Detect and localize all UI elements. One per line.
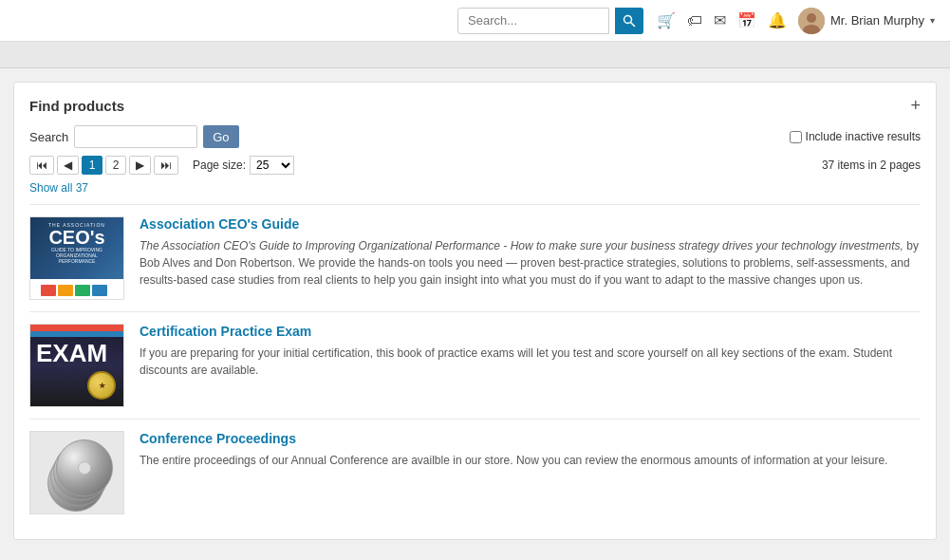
product-description: The Association CEO's Guide to Improving…: [140, 237, 921, 289]
include-inactive-label: Include inactive results: [806, 130, 921, 143]
product-description: If you are preparing for your initial ce…: [140, 345, 921, 379]
items-count: 37 items in 2 pages: [822, 159, 921, 172]
product-title[interactable]: Conference Proceedings: [140, 431, 921, 446]
product-item: Conference Proceedings The entire procee…: [29, 419, 921, 526]
product-title[interactable]: Association CEO's Guide: [140, 216, 921, 232]
svg-rect-5: [41, 285, 56, 296]
page-size-group: Page size: 25 50 100: [193, 156, 294, 175]
page-size-select[interactable]: 25 50 100: [250, 156, 294, 175]
add-icon[interactable]: +: [910, 96, 921, 116]
show-all-link[interactable]: Show all 37: [29, 181, 88, 195]
product-title[interactable]: Certification Practice Exam: [140, 324, 921, 339]
header-search-button[interactable]: [615, 8, 643, 34]
tag-icon[interactable]: 🏷: [687, 12, 702, 29]
next-page-button[interactable]: ▶: [129, 156, 151, 175]
avatar: [798, 8, 825, 34]
pagination-left: ⏮ ◀ 1 2 ▶ ⏭ Page size: 25 50 100: [29, 156, 294, 175]
page-title: Find products: [29, 98, 124, 114]
svg-point-3: [807, 13, 816, 23]
page-2-button[interactable]: 2: [105, 156, 126, 175]
sub-header: [0, 42, 950, 68]
page-1-button[interactable]: 1: [82, 156, 102, 175]
header-search-group: [457, 8, 643, 34]
product-info: Certification Practice Exam If you are p…: [140, 324, 921, 379]
search-icon: [623, 14, 636, 28]
header-icons: 🛒 🏷 ✉ 📅 🔔: [657, 11, 787, 29]
product-item: THE ASSOCIATION CEO's GUIDE TO IMPROVING…: [29, 204, 921, 311]
product-image-cds: [29, 431, 124, 514]
prev-page-button[interactable]: ◀: [57, 156, 79, 175]
last-page-button[interactable]: ⏭: [154, 156, 178, 175]
find-products-header: Find products +: [29, 96, 921, 116]
product-image-exam: EXAM ★: [29, 324, 124, 407]
search-left: Search Go: [29, 125, 239, 148]
product-desc-italic: The Association CEO's Guide to Improving…: [140, 239, 903, 252]
search-input[interactable]: [74, 125, 197, 148]
product-description: The entire proceedings of our Annual Con…: [140, 452, 921, 469]
header-search-input[interactable]: [457, 8, 609, 34]
svg-point-0: [624, 15, 632, 23]
product-item: EXAM ★ Certification Practice Exam If yo…: [29, 311, 921, 419]
product-image-ceo: THE ASSOCIATION CEO's GUIDE TO IMPROVING…: [29, 216, 124, 300]
chevron-down-icon: ▾: [930, 15, 935, 26]
svg-rect-8: [92, 285, 107, 296]
user-info[interactable]: Mr. Brian Murphy ▾: [798, 8, 935, 34]
search-row: Search Go Include inactive results: [29, 125, 921, 148]
cart-icon[interactable]: 🛒: [657, 11, 676, 29]
bell-icon[interactable]: 🔔: [768, 11, 787, 29]
search-label: Search: [29, 130, 68, 144]
go-button[interactable]: Go: [203, 125, 238, 148]
first-page-button[interactable]: ⏮: [29, 156, 54, 175]
include-inactive-checkbox[interactable]: [790, 131, 802, 143]
svg-rect-7: [75, 285, 90, 296]
pagination-row: ⏮ ◀ 1 2 ▶ ⏭ Page size: 25 50 100 37 item…: [29, 156, 921, 175]
include-inactive-group: Include inactive results: [790, 130, 921, 143]
main-content: Find products + Search Go Include inacti…: [13, 82, 937, 540]
svg-line-1: [631, 22, 636, 27]
svg-rect-6: [58, 285, 73, 296]
product-info: Conference Proceedings The entire procee…: [140, 431, 921, 469]
product-list: THE ASSOCIATION CEO's GUIDE TO IMPROVING…: [29, 204, 921, 526]
calendar-icon[interactable]: 📅: [737, 11, 756, 29]
email-icon[interactable]: ✉: [714, 11, 726, 29]
header: 🛒 🏷 ✉ 📅 🔔 Mr. Brian Murphy ▾: [0, 0, 950, 42]
page-size-label: Page size:: [193, 159, 246, 172]
user-name-label: Mr. Brian Murphy: [830, 13, 924, 28]
product-info: Association CEO's Guide The Association …: [140, 216, 921, 289]
